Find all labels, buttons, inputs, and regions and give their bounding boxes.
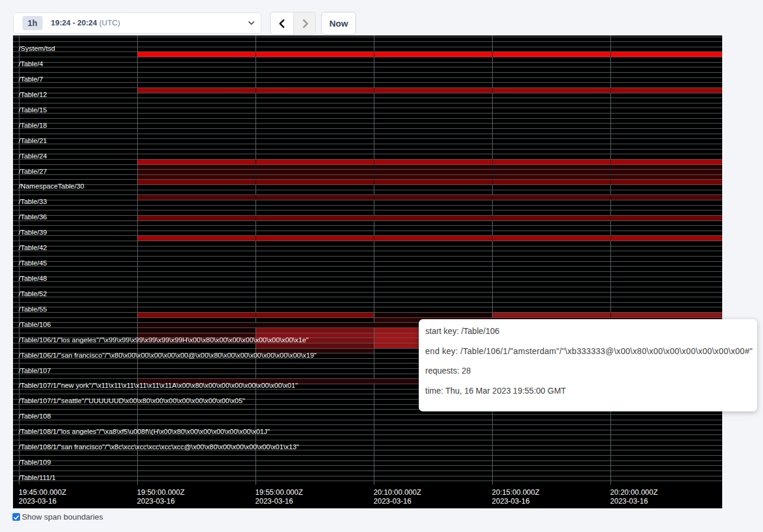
svg-text:/System/tsd: /System/tsd [19,44,56,53]
svg-text:2023-03-16: 2023-03-16 [256,497,293,505]
svg-text:/Table/45: /Table/45 [19,259,47,267]
svg-text:/Table/15: /Table/15 [19,106,47,114]
svg-text:/Table/39: /Table/39 [19,228,47,236]
svg-text:/Table/24: /Table/24 [19,152,47,160]
svg-text:/Table/36: /Table/36 [19,213,47,221]
svg-text:2023-03-16: 2023-03-16 [137,497,175,505]
svg-text:/Table/108: /Table/108 [19,412,51,420]
svg-text:/Table/107/1/"seattle"/"UUUUUU: /Table/107/1/"seattle"/"UUUUUUD\x00\x80\… [19,397,245,405]
svg-text:/Table/48: /Table/48 [19,274,47,283]
svg-text:/Table/111/1: /Table/111/1 [19,473,56,482]
svg-text:/Table/106/1/"los angeles"/"\x: /Table/106/1/"los angeles"/"\x99\x99\x99… [19,336,309,344]
svg-text:2023-03-16: 2023-03-16 [19,497,57,505]
svg-text:2023-03-16: 2023-03-16 [492,497,530,505]
svg-text:/Table/107: /Table/107 [19,366,51,375]
svg-text:/Table/12: /Table/12 [19,90,47,99]
svg-text:19:55:00.000Z: 19:55:00.000Z [256,488,303,497]
svg-text:/Table/106/1/"san francisco"/": /Table/106/1/"san francisco"/"\x80\x00\x… [19,351,317,359]
svg-text:20:10:00.000Z: 20:10:00.000Z [374,488,422,497]
svg-text:20:15:00.000Z: 20:15:00.000Z [492,488,540,497]
svg-text:2023-03-16: 2023-03-16 [610,497,648,505]
svg-text:19:45:00.000Z: 19:45:00.000Z [19,488,67,497]
svg-text:/Table/33: /Table/33 [19,197,47,206]
svg-text:/Table/107/1/"new york"/"\x11\: /Table/107/1/"new york"/"\x11\x11\x11\x1… [19,381,298,390]
svg-text:20:20:00.000Z: 20:20:00.000Z [610,488,658,497]
svg-text:/Table/21: /Table/21 [19,137,47,145]
svg-text:/Table/4: /Table/4 [19,60,44,68]
svg-text:/Table/27: /Table/27 [19,167,47,176]
svg-text:/Table/42: /Table/42 [19,244,47,252]
svg-text:2023-03-16: 2023-03-16 [374,497,412,505]
svg-text:/Table/18: /Table/18 [19,121,47,129]
svg-text:/Table/109: /Table/109 [19,458,51,466]
svg-text:/Table/55: /Table/55 [19,305,47,313]
svg-text:/Table/52: /Table/52 [19,290,47,298]
svg-text:/Table/7: /Table/7 [19,75,43,83]
svg-text:/Table/108/1/"san francisco"/": /Table/108/1/"san francisco"/"\x8c\xcc\x… [19,443,299,451]
svg-text:/Table/106: /Table/106 [19,320,51,329]
svg-text:19:50:00.000Z: 19:50:00.000Z [137,488,185,497]
svg-text:/NamespaceTable/30: /NamespaceTable/30 [19,182,85,190]
svg-text:/Table/108/1/"los angeles"/"\x: /Table/108/1/"los angeles"/"\xa8\xf5\u00… [19,427,270,436]
